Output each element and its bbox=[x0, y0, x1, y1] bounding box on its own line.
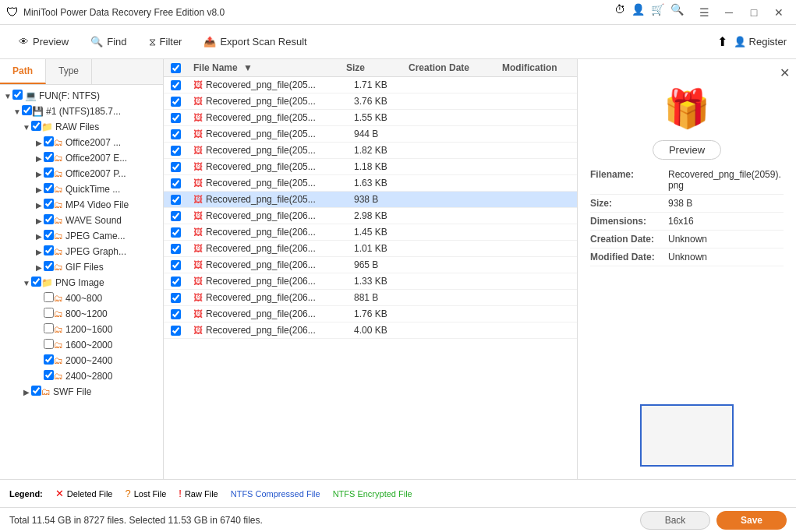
cb[interactable] bbox=[44, 183, 54, 196]
tree-item-ntfs[interactable]: ▼ 💾 #1 (NTFS)185.7... bbox=[0, 104, 163, 119]
save-button[interactable]: Save bbox=[716, 511, 787, 530]
drive-checkbox[interactable] bbox=[12, 90, 23, 102]
cb[interactable] bbox=[44, 308, 54, 320]
help-icon[interactable]: ⏱ bbox=[614, 3, 625, 22]
file-row[interactable]: 🖼Recovered_png_file(205... 1.71 KB bbox=[164, 77, 577, 93]
preview-action-button[interactable]: Preview bbox=[653, 140, 721, 160]
tree-item-jpeg-cam[interactable]: ▶ 🗂 JPEG Came... bbox=[0, 228, 163, 244]
filter-button[interactable]: ⧖ Filter bbox=[140, 31, 192, 53]
tree-item-800-1200[interactable]: ▶ 🗂 800~1200 bbox=[0, 306, 163, 322]
cb[interactable] bbox=[31, 386, 41, 398]
settings-icon[interactable]: 👤 bbox=[631, 3, 645, 22]
file-row[interactable]: 🖼Recovered_png_file(206... 1.76 KB bbox=[164, 306, 577, 322]
tree-item-2000-2400[interactable]: ▶ 🗂 2000~2400 bbox=[0, 353, 163, 368]
file-row[interactable]: 🖼Recovered_png_file(206... 965 B bbox=[164, 257, 577, 273]
tree-item-quicktime[interactable]: ▶ 🗂 QuickTime ... bbox=[0, 181, 163, 197]
cb[interactable] bbox=[44, 214, 54, 227]
expand-icon[interactable]: ▼ bbox=[12, 107, 22, 116]
tree-item-jpeg-graph[interactable]: ▶ 🗂 JPEG Graph... bbox=[0, 244, 163, 259]
sort-icon: ▼ bbox=[243, 62, 253, 73]
preview-button[interactable]: 👁 Preview bbox=[9, 31, 78, 52]
header-check[interactable] bbox=[164, 63, 187, 73]
file-row[interactable]: 🖼Recovered_png_file(206... 881 B bbox=[164, 290, 577, 306]
tree-item-400-800[interactable]: ▶ 🗂 400~800 bbox=[0, 291, 163, 306]
minimize-button[interactable]: ─ bbox=[718, 3, 740, 22]
share-icon[interactable]: ⬆ bbox=[717, 34, 727, 49]
expand-icon[interactable]: ▼ bbox=[22, 279, 31, 287]
expand-icon[interactable]: ▶ bbox=[34, 201, 44, 210]
expand-icon[interactable]: ▶ bbox=[34, 139, 44, 147]
tree-item-office2[interactable]: ▶ 🗂 Office2007 E... bbox=[0, 150, 163, 166]
tree-item-1600-2000[interactable]: ▶ 🗂 1600~2000 bbox=[0, 337, 163, 353]
register-button[interactable]: 👤 Register bbox=[734, 36, 787, 48]
file-row[interactable]: 🖼Recovered_png_file(205... 3.76 KB bbox=[164, 93, 577, 110]
file-row[interactable]: 🖼Recovered_png_file(206... 2.98 KB bbox=[164, 208, 577, 224]
cb[interactable] bbox=[44, 323, 54, 336]
file-row[interactable]: 🖼Recovered_png_file(205... 1.18 KB bbox=[164, 159, 577, 175]
file-row[interactable]: 🖼Recovered_png_file(205... 1.82 KB bbox=[164, 143, 577, 159]
cb[interactable] bbox=[44, 370, 54, 382]
folder-icon: 🗂 bbox=[54, 355, 63, 366]
expand-icon[interactable]: ▶ bbox=[34, 154, 44, 163]
cb[interactable] bbox=[31, 277, 41, 289]
find-button[interactable]: 🔍 Find bbox=[81, 31, 136, 52]
png-file-icon: 🖼 bbox=[193, 308, 203, 319]
tree-item-2400-2800[interactable]: ▶ 🗂 2400~2800 bbox=[0, 368, 163, 384]
header-size[interactable]: Size bbox=[343, 62, 405, 73]
header-mod[interactable]: Modification bbox=[499, 62, 569, 73]
header-filename[interactable]: File Name ▼ bbox=[187, 62, 343, 73]
maximize-button[interactable]: □ bbox=[743, 3, 765, 22]
expand-icon[interactable]: ▼ bbox=[3, 92, 12, 100]
cb[interactable] bbox=[44, 339, 54, 351]
tree-item-fun[interactable]: ▼ 💻 FUN(F: NTFS) bbox=[0, 88, 163, 104]
header-date[interactable]: Creation Date bbox=[405, 62, 499, 73]
expand-icon[interactable]: ▶ bbox=[34, 248, 44, 256]
expand-icon[interactable]: ▶ bbox=[34, 263, 44, 272]
tree-item-1200-1600[interactable]: ▶ 🗂 1200~1600 bbox=[0, 322, 163, 337]
cb[interactable] bbox=[44, 167, 54, 180]
tree-item-office3[interactable]: ▶ 🗂 Office2007 P... bbox=[0, 166, 163, 181]
preview-close-button[interactable]: ✕ bbox=[780, 65, 790, 80]
file-list-scroll[interactable]: 🖼Recovered_png_file(205... 1.71 KB 🖼Reco… bbox=[164, 77, 577, 479]
expand-icon[interactable]: ▶ bbox=[22, 388, 31, 396]
cb[interactable] bbox=[44, 245, 54, 258]
cb[interactable] bbox=[44, 292, 54, 305]
tree-item-raw[interactable]: ▼ 📁 RAW Files bbox=[0, 119, 163, 135]
cb[interactable] bbox=[44, 261, 54, 273]
cb[interactable] bbox=[44, 230, 54, 242]
expand-icon[interactable]: ▶ bbox=[34, 217, 44, 225]
search-icon[interactable]: 🔍 bbox=[670, 3, 684, 22]
menu-button[interactable]: ☰ bbox=[693, 3, 715, 22]
file-row[interactable]: 🖼Recovered_png_file(206... 1.01 KB bbox=[164, 241, 577, 257]
cb[interactable] bbox=[44, 136, 54, 149]
file-row[interactable]: 🖼Recovered_png_file(206... 1.45 KB bbox=[164, 224, 577, 241]
cart-icon[interactable]: 🛒 bbox=[651, 3, 664, 22]
tree-item-png[interactable]: ▼ 📁 PNG Image bbox=[0, 275, 163, 291]
file-row[interactable]: 🖼Recovered_png_file(205... 944 B bbox=[164, 126, 577, 143]
expand-icon[interactable]: ▼ bbox=[22, 123, 31, 132]
file-row[interactable]: 🖼Recovered_png_file(205... 1.63 KB bbox=[164, 175, 577, 192]
tree-item-gif[interactable]: ▶ 🗂 GIF Files bbox=[0, 259, 163, 275]
cb[interactable] bbox=[44, 152, 54, 164]
file-row[interactable]: 🖼Recovered_png_file(205... 1.55 KB bbox=[164, 110, 577, 126]
tab-type[interactable]: Type bbox=[46, 59, 92, 84]
file-row-selected[interactable]: 🖼Recovered_png_file(205... 938 B bbox=[164, 192, 577, 208]
raw-label: Raw File bbox=[185, 489, 218, 499]
expand-icon[interactable]: ▶ bbox=[34, 170, 44, 178]
export-button[interactable]: 📤 Export Scan Result bbox=[194, 31, 316, 52]
expand-icon[interactable]: ▶ bbox=[34, 232, 44, 241]
back-button[interactable]: Back bbox=[640, 511, 710, 530]
tree-item-wave[interactable]: ▶ 🗂 WAVE Sound bbox=[0, 213, 163, 228]
cb[interactable] bbox=[44, 354, 54, 367]
tree-item-office1[interactable]: ▶ 🗂 Office2007 ... bbox=[0, 135, 163, 150]
file-row[interactable]: 🖼Recovered_png_file(206... 4.00 KB bbox=[164, 322, 577, 339]
cb[interactable] bbox=[44, 199, 54, 211]
close-button[interactable]: ✕ bbox=[768, 3, 790, 22]
tab-path[interactable]: Path bbox=[0, 59, 46, 84]
tree-item-mp4[interactable]: ▶ 🗂 MP4 Video File bbox=[0, 197, 163, 213]
expand-icon[interactable]: ▶ bbox=[34, 185, 44, 194]
ntfs-checkbox[interactable] bbox=[22, 105, 32, 118]
file-row[interactable]: 🖼Recovered_png_file(206... 1.33 KB bbox=[164, 273, 577, 290]
tree-item-swf[interactable]: ▶ 🗂 SWF File bbox=[0, 384, 163, 400]
raw-checkbox[interactable] bbox=[31, 121, 41, 133]
